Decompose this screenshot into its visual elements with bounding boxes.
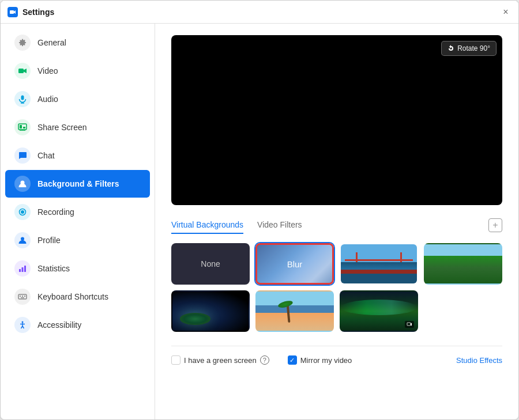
sidebar-label-video: Video [37,66,58,75]
tab-virtual-backgrounds[interactable]: Virtual Backgrounds [171,217,243,234]
background-blur[interactable]: Blur [255,243,334,285]
sidebar-item-profile[interactable]: Profile [5,226,150,254]
sidebar-label-accessibility: Accessibility [37,320,81,330]
green-screen-label: I have a green screen [184,356,257,365]
background-filters-icon [14,176,31,192]
titlebar: Settings × [1,1,518,24]
sidebar-label-share-screen: Share Screen [37,123,87,132]
keyboard-shortcuts-icon [14,289,31,305]
sidebar-item-keyboard-shortcuts[interactable]: Keyboard Shortcuts [5,283,150,311]
tabs-row: Virtual Backgrounds Video Filters + [171,217,502,234]
video-icon [14,63,31,79]
sidebar-item-background-filters[interactable]: Background & Filters [5,170,150,198]
bottom-bar: I have a green screen ? ✓ Mirror my vide… [171,346,502,365]
none-label: None [201,259,220,268]
background-golden-gate[interactable] [340,243,418,285]
svg-marker-4 [24,69,27,73]
svg-point-14 [21,210,24,214]
svg-rect-23 [21,297,24,298]
video-preview: Rotate 90° [171,35,502,205]
titlebar-left: Settings [7,7,54,17]
sidebar-item-statistics[interactable]: Statistics [5,255,150,282]
sidebar-label-profile: Profile [37,236,61,245]
share-screen-icon [14,119,31,135]
sidebar: General Video Audio Sha [1,24,155,419]
sidebar-label-recording: Recording [37,207,74,217]
accessibility-icon [14,317,31,333]
sidebar-item-chat[interactable]: Chat [5,142,150,169]
add-background-button[interactable]: + [488,218,502,232]
background-none[interactable]: None [171,243,250,285]
app-icon [7,7,18,17]
svg-rect-16 [19,269,21,272]
svg-rect-22 [24,296,25,297]
svg-rect-21 [22,296,23,297]
svg-line-28 [22,326,24,328]
mirror-video-checkbox[interactable]: ✓ [288,355,297,365]
green-screen-help-icon[interactable]: ? [260,355,269,365]
studio-effects-link[interactable]: Studio Effects [456,356,502,365]
sidebar-label-audio: Audio [37,94,58,104]
sidebar-label-chat: Chat [37,151,55,160]
close-button[interactable]: × [500,6,512,18]
green-screen-checkbox[interactable] [171,355,180,365]
svg-rect-0 [10,10,14,14]
background-grass[interactable] [424,243,502,285]
general-icon [14,35,31,51]
sidebar-item-accessibility[interactable]: Accessibility [5,311,150,339]
svg-rect-29 [407,323,411,326]
statistics-icon [14,260,31,277]
sidebar-label-statistics: Statistics [37,264,70,273]
svg-rect-20 [20,296,21,297]
mirror-video-group: ✓ Mirror my video [288,355,352,365]
svg-point-15 [21,237,24,241]
sidebar-item-recording[interactable]: Recording [5,198,150,226]
svg-rect-3 [18,69,24,73]
sidebar-item-share-screen[interactable]: Share Screen [5,113,150,141]
audio-icon [14,91,31,107]
svg-rect-17 [22,267,24,272]
rotate-button[interactable]: Rotate 90° [441,41,497,56]
background-space[interactable] [171,290,250,332]
svg-rect-11 [23,127,25,128]
settings-window: Settings × General Video [0,0,519,420]
background-aurora[interactable] [340,290,418,332]
svg-rect-5 [21,96,24,100]
content-area: General Video Audio Sha [1,24,518,419]
tab-video-filters[interactable]: Video Filters [257,217,302,234]
chat-icon [14,147,31,164]
main-content: Rotate 90° Virtual Backgrounds Video Fil… [155,24,518,419]
svg-marker-1 [14,10,16,14]
sidebar-label-general: General [37,38,66,47]
green-screen-group: I have a green screen ? [171,355,269,365]
sidebar-label-keyboard-shortcuts: Keyboard Shortcuts [37,292,108,301]
mirror-video-label: Mirror my video [300,356,352,365]
background-grid: None Blur [171,243,502,332]
svg-point-24 [22,321,24,323]
background-beach[interactable] [255,290,334,332]
window-title: Settings [22,7,54,17]
recording-icon [14,204,31,220]
svg-rect-9 [20,125,22,128]
sidebar-label-background-filters: Background & Filters [37,179,119,188]
sidebar-item-general[interactable]: General [5,29,150,56]
svg-rect-18 [24,266,26,272]
blur-label: Blur [287,259,303,269]
sidebar-item-video[interactable]: Video [5,57,150,85]
sidebar-item-audio[interactable]: Audio [5,85,150,113]
profile-icon [14,232,31,248]
